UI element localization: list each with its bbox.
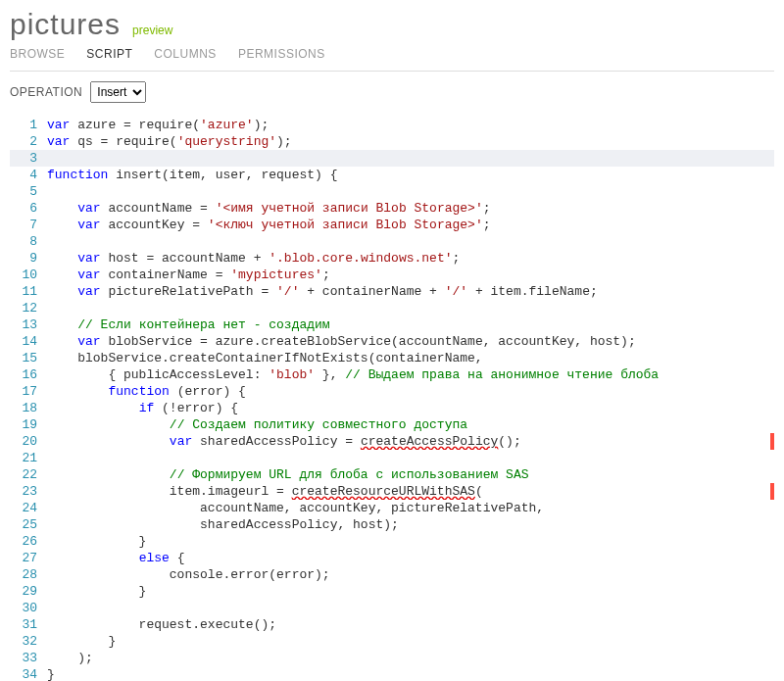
code-content[interactable]: } xyxy=(47,633,774,650)
operation-select[interactable]: Insert xyxy=(90,81,146,103)
line-number: 25 xyxy=(10,516,47,533)
code-content[interactable]: ); xyxy=(47,650,774,666)
code-line[interactable]: 3 xyxy=(10,150,774,167)
code-content[interactable]: accountName, accountKey, pictureRelative… xyxy=(47,500,774,516)
code-line[interactable]: 19 // Создаем политику совместного досту… xyxy=(10,416,774,433)
code-line[interactable]: 20 var sharedAccessPolicy = createAccess… xyxy=(10,433,774,450)
line-number: 10 xyxy=(10,267,47,283)
code-line[interactable]: 18 if (!error) { xyxy=(10,400,774,416)
code-line[interactable]: 21 xyxy=(10,450,774,466)
code-content[interactable]: var azure = require('azure'); xyxy=(47,117,774,133)
operation-label: OPERATION xyxy=(10,85,82,99)
line-number: 31 xyxy=(10,616,47,633)
tab-permissions[interactable]: PERMISSIONS xyxy=(238,47,325,61)
line-number: 29 xyxy=(10,583,47,600)
line-number: 19 xyxy=(10,416,47,433)
code-content[interactable]: function (error) { xyxy=(47,383,774,400)
code-content[interactable]: { publicAccessLevel: 'blob' }, // Выдаем… xyxy=(47,366,774,383)
code-content[interactable]: } xyxy=(47,666,774,681)
code-line[interactable]: 28 console.error(error); xyxy=(10,566,774,583)
line-number: 32 xyxy=(10,633,47,650)
line-number: 7 xyxy=(10,217,47,233)
code-line[interactable]: 9 var host = accountName + '.blob.core.w… xyxy=(10,250,774,267)
code-line[interactable]: 23 item.imageurl = createResourceURLWith… xyxy=(10,483,774,500)
code-line[interactable]: 16 { publicAccessLevel: 'blob' }, // Выд… xyxy=(10,366,774,383)
line-number: 33 xyxy=(10,650,47,666)
code-content[interactable]: item.imageurl = createResourceURLWithSAS… xyxy=(47,483,774,500)
code-line[interactable]: 30 xyxy=(10,600,774,616)
operation-row: OPERATION Insert xyxy=(10,81,774,103)
code-line[interactable]: 24 accountName, accountKey, pictureRelat… xyxy=(10,500,774,516)
code-content[interactable]: } xyxy=(47,533,774,550)
code-line[interactable]: 33 ); xyxy=(10,650,774,666)
code-line[interactable]: 11 var pictureRelativePath = '/' + conta… xyxy=(10,283,774,300)
code-content[interactable] xyxy=(47,600,774,616)
code-line[interactable]: 32 } xyxy=(10,633,774,650)
code-content[interactable]: // Создаем политику совместного доступа xyxy=(47,416,774,433)
code-content[interactable]: if (!error) { xyxy=(47,400,774,416)
code-content[interactable]: var host = accountName + '.blob.core.win… xyxy=(47,250,774,267)
code-line[interactable]: 17 function (error) { xyxy=(10,383,774,400)
code-line[interactable]: 7 var accountKey = '<ключ учетной записи… xyxy=(10,217,774,233)
code-line[interactable]: 1var azure = require('azure'); xyxy=(10,117,774,133)
code-line[interactable]: 26 } xyxy=(10,533,774,550)
line-number: 14 xyxy=(10,333,47,350)
code-line[interactable]: 22 // Формируем URL для блоба с использо… xyxy=(10,466,774,483)
code-content[interactable]: var sharedAccessPolicy = createAccessPol… xyxy=(47,433,774,450)
code-line[interactable]: 25 sharedAccessPolicy, host); xyxy=(10,516,774,533)
code-content[interactable]: } xyxy=(47,583,774,600)
code-line[interactable]: 31 request.execute(); xyxy=(10,616,774,633)
line-number: 26 xyxy=(10,533,47,550)
code-line[interactable]: 12 xyxy=(10,300,774,316)
error-marker-icon xyxy=(770,483,774,500)
code-content[interactable]: function insert(item, user, request) { xyxy=(47,167,774,183)
code-content[interactable]: else { xyxy=(47,550,774,566)
code-line[interactable]: 10 var containerName = 'mypictures'; xyxy=(10,267,774,283)
code-content[interactable]: request.execute(); xyxy=(47,616,774,633)
code-content[interactable]: blobService.createContainerIfNotExists(c… xyxy=(47,350,774,366)
code-line[interactable]: 15 blobService.createContainerIfNotExist… xyxy=(10,350,774,366)
code-content[interactable] xyxy=(47,300,774,316)
code-content[interactable] xyxy=(47,150,774,167)
code-line[interactable]: 13 // Если контейнера нет - создадим xyxy=(10,316,774,333)
code-line[interactable]: 29 } xyxy=(10,583,774,600)
line-number: 28 xyxy=(10,566,47,583)
divider xyxy=(10,71,774,72)
line-number: 11 xyxy=(10,283,47,300)
code-content[interactable]: var pictureRelativePath = '/' + containe… xyxy=(47,283,774,300)
line-number: 8 xyxy=(10,233,47,250)
code-line[interactable]: 27 else { xyxy=(10,550,774,566)
line-number: 6 xyxy=(10,200,47,217)
line-number: 21 xyxy=(10,450,47,466)
code-line[interactable]: 4function insert(item, user, request) { xyxy=(10,167,774,183)
line-number: 13 xyxy=(10,316,47,333)
code-content[interactable]: var qs = require('querystring'); xyxy=(47,133,774,150)
code-line[interactable]: 8 xyxy=(10,233,774,250)
code-content[interactable] xyxy=(47,233,774,250)
code-line[interactable]: 14 var blobService = azure.createBlobSer… xyxy=(10,333,774,350)
code-content[interactable]: // Если контейнера нет - создадим xyxy=(47,316,774,333)
code-content[interactable]: // Формируем URL для блоба с использован… xyxy=(47,466,774,483)
title-row: pictures preview xyxy=(10,8,774,41)
line-number: 27 xyxy=(10,550,47,566)
tab-script[interactable]: SCRIPT xyxy=(86,47,132,61)
tab-columns[interactable]: COLUMNS xyxy=(154,47,217,61)
code-content[interactable]: sharedAccessPolicy, host); xyxy=(47,516,774,533)
code-content[interactable] xyxy=(47,183,774,200)
code-line[interactable]: 2var qs = require('querystring'); xyxy=(10,133,774,150)
code-content[interactable]: var containerName = 'mypictures'; xyxy=(47,267,774,283)
code-line[interactable]: 34} xyxy=(10,666,774,681)
code-line[interactable]: 5 xyxy=(10,183,774,200)
code-editor[interactable]: 1var azure = require('azure');2var qs = … xyxy=(10,117,774,681)
code-content[interactable]: var accountKey = '<ключ учетной записи B… xyxy=(47,217,774,233)
code-content[interactable]: console.error(error); xyxy=(47,566,774,583)
line-number: 34 xyxy=(10,666,47,681)
code-content[interactable] xyxy=(47,450,774,466)
line-number: 2 xyxy=(10,133,47,150)
tab-browse[interactable]: BROWSE xyxy=(10,47,65,61)
code-line[interactable]: 6 var accountName = '<имя учетной записи… xyxy=(10,200,774,217)
code-content[interactable]: var blobService = azure.createBlobServic… xyxy=(47,333,774,350)
code-content[interactable]: var accountName = '<имя учетной записи B… xyxy=(47,200,774,217)
line-number: 1 xyxy=(10,117,47,133)
line-number: 5 xyxy=(10,183,47,200)
